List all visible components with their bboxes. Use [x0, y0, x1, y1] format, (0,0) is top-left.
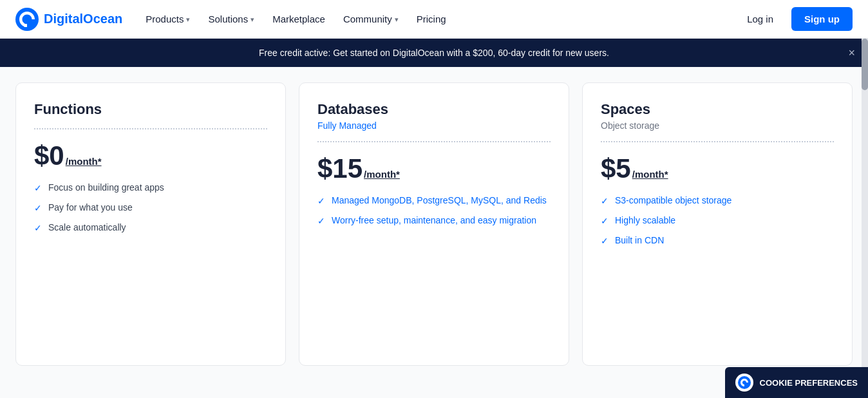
functions-title: Functions: [34, 101, 267, 118]
nav-products[interactable]: Products ▾: [138, 8, 198, 30]
list-item: ✓ Worry-free setup, maintenance, and eas…: [317, 215, 551, 226]
check-icon: ✓: [601, 236, 609, 246]
banner-close-button[interactable]: ×: [848, 46, 855, 60]
list-item: ✓ Highly scalable: [601, 215, 834, 226]
spaces-title: Spaces: [601, 101, 834, 118]
list-item: ✓ S3-compatible object storage: [601, 195, 834, 206]
promo-banner: Free credit active: Get started on Digit…: [0, 39, 868, 67]
login-button[interactable]: Log in: [737, 8, 784, 30]
nav-solutions[interactable]: Solutions ▾: [200, 8, 262, 30]
svg-rect-1: [24, 24, 28, 27]
functions-price-suffix: /month*: [66, 156, 102, 167]
list-item: ✓ Pay for what you use: [34, 202, 267, 213]
list-item: ✓ Scale automatically: [34, 222, 267, 233]
do-logo-icon: [15, 8, 39, 31]
functions-divider: [34, 128, 267, 129]
community-chevron-icon: ▾: [395, 15, 399, 24]
spaces-card: Spaces Object storage $5 /month* ✓ S3-co…: [582, 82, 853, 366]
functions-price: $0 /month*: [34, 142, 267, 169]
svg-point-0: [15, 8, 39, 31]
scrollbar-thumb[interactable]: [862, 39, 868, 90]
check-icon: ✓: [317, 196, 325, 206]
databases-subtitle: Fully Managed: [317, 120, 551, 131]
pricing-cards: Functions $0 /month* ✓ Focus on building…: [0, 67, 868, 366]
logo-text: DigitalOcean: [44, 12, 122, 26]
functions-price-main: $0: [34, 142, 64, 169]
databases-price: $15 /month*: [317, 155, 551, 182]
check-icon: ✓: [601, 216, 609, 226]
databases-card: Databases Fully Managed $15 /month* ✓ Ma…: [299, 82, 569, 366]
functions-card: Functions $0 /month* ✓ Focus on building…: [15, 82, 286, 366]
check-icon: ✓: [601, 196, 609, 206]
spaces-price-main: $5: [601, 155, 631, 182]
check-icon: ✓: [34, 223, 42, 233]
spaces-features: ✓ S3-compatible object storage ✓ Highly …: [601, 195, 834, 246]
nav-community[interactable]: Community ▾: [335, 8, 406, 30]
products-chevron-icon: ▾: [186, 15, 190, 24]
check-icon: ✓: [34, 183, 42, 193]
databases-divider: [317, 141, 551, 142]
spaces-subtitle: Object storage: [601, 120, 834, 131]
solutions-chevron-icon: ▾: [250, 15, 254, 24]
nav-marketplace[interactable]: Marketplace: [265, 8, 333, 30]
spaces-price-suffix: /month*: [632, 169, 668, 180]
nav-actions: Log in Sign up: [737, 7, 853, 31]
navbar: DigitalOcean Products ▾ Solutions ▾ Mark…: [0, 0, 868, 39]
databases-title: Databases: [317, 101, 551, 118]
spaces-divider: [601, 141, 834, 142]
banner-text: Free credit active: Get started on Digit…: [259, 48, 609, 58]
list-item: ✓ Managed MongoDB, PostgreSQL, MySQL, an…: [317, 195, 551, 206]
svg-rect-2: [21, 22, 24, 24]
databases-price-main: $15: [317, 155, 363, 182]
check-icon: ✓: [317, 216, 325, 226]
functions-features: ✓ Focus on building great apps ✓ Pay for…: [34, 182, 267, 233]
list-item: ✓ Focus on building great apps: [34, 182, 267, 193]
nav-links: Products ▾ Solutions ▾ Marketplace Commu…: [138, 8, 737, 30]
check-icon: ✓: [34, 203, 42, 213]
signup-button[interactable]: Sign up: [791, 7, 853, 31]
databases-features: ✓ Managed MongoDB, PostgreSQL, MySQL, an…: [317, 195, 551, 226]
databases-price-suffix: /month*: [364, 169, 400, 180]
scrollbar-track[interactable]: [862, 39, 868, 366]
logo-link[interactable]: DigitalOcean: [15, 8, 122, 31]
list-item: ✓ Built in CDN: [601, 235, 834, 246]
nav-pricing[interactable]: Pricing: [409, 8, 454, 30]
spaces-price: $5 /month*: [601, 155, 834, 182]
